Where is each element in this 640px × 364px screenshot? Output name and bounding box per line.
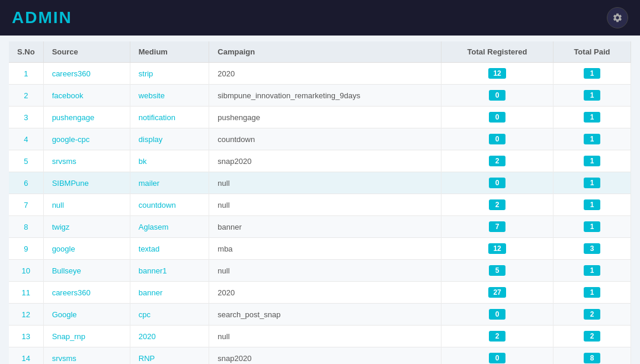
table-row: 12 Google cpc search_post_snap 0 2	[9, 304, 631, 326]
cell-sno: 9	[9, 238, 43, 260]
registered-badge: 2	[489, 199, 505, 210]
cell-total-registered: 5	[441, 260, 553, 282]
cell-total-registered: 12	[441, 63, 553, 85]
cell-campaign: countdown	[209, 128, 441, 150]
cell-campaign: mba	[209, 238, 441, 260]
cell-source: Google	[43, 304, 130, 326]
cell-total-registered: 0	[441, 304, 553, 326]
cell-medium: 2020	[130, 326, 209, 347]
cell-campaign: pushengage	[209, 107, 441, 128]
paid-badge: 3	[584, 243, 600, 254]
settings-button[interactable]	[607, 7, 628, 28]
cell-medium: display	[130, 128, 209, 150]
cell-total-paid: 2	[553, 304, 631, 326]
cell-source: pushengage	[43, 107, 130, 128]
cell-sno: 13	[9, 326, 43, 347]
cell-campaign: sibmpune_innovation_remarketing_9days	[209, 85, 441, 107]
cell-campaign: snap2020	[209, 347, 441, 365]
cell-total-paid: 1	[553, 128, 631, 150]
table-container: S.No Source Medium Campaign Total Regist…	[0, 36, 640, 364]
registered-badge: 27	[488, 287, 505, 298]
cell-source: srvsms	[43, 347, 130, 365]
cell-medium: RNP	[130, 347, 209, 365]
cell-sno: 12	[9, 304, 43, 326]
cell-medium: website	[130, 85, 209, 107]
col-medium: Medium	[130, 41, 209, 63]
cell-total-registered: 7	[441, 216, 553, 238]
cell-total-paid: 2	[553, 326, 631, 347]
table-header-row: S.No Source Medium Campaign Total Regist…	[9, 41, 631, 63]
paid-badge: 1	[584, 265, 600, 276]
paid-badge: 1	[584, 134, 600, 144]
cell-medium: cpc	[130, 304, 209, 326]
table-row: 13 Snap_rnp 2020 null 2 2	[9, 326, 631, 347]
cell-total-paid: 1	[553, 260, 631, 282]
table-row: 9 google textad mba 12 3	[9, 238, 631, 260]
cell-campaign: 2020	[209, 63, 441, 85]
paid-badge: 1	[584, 221, 600, 232]
registered-badge: 2	[489, 331, 505, 342]
cell-source: srvsms	[43, 150, 130, 172]
cell-total-registered: 12	[441, 238, 553, 260]
cell-source: google-cpc	[43, 128, 130, 150]
cell-total-paid: 1	[553, 63, 631, 85]
col-source: Source	[43, 41, 130, 63]
paid-badge: 2	[584, 309, 600, 320]
cell-total-paid: 1	[553, 282, 631, 304]
cell-total-registered: 2	[441, 326, 553, 347]
cell-medium: banner	[130, 282, 209, 304]
header: ADMIN	[0, 0, 640, 36]
table-row: 7 null countdown null 2 1	[9, 194, 631, 216]
registered-badge: 7	[489, 221, 505, 232]
cell-source: SIBMPune	[43, 172, 130, 194]
cell-total-paid: 1	[553, 216, 631, 238]
cell-source: Snap_rnp	[43, 326, 130, 347]
paid-badge: 1	[584, 287, 600, 298]
table-row: 4 google-cpc display countdown 0 1	[9, 128, 631, 150]
cell-total-registered: 0	[441, 107, 553, 128]
cell-total-paid: 8	[553, 347, 631, 365]
paid-badge: 8	[584, 353, 600, 363]
cell-medium: textad	[130, 238, 209, 260]
cell-total-paid: 1	[553, 150, 631, 172]
cell-sno: 10	[9, 260, 43, 282]
table-row: 10 Bullseye banner1 null 5 1	[9, 260, 631, 282]
registered-badge: 5	[489, 265, 505, 276]
cell-total-paid: 3	[553, 238, 631, 260]
cell-source: careers360	[43, 282, 130, 304]
registered-badge: 0	[489, 353, 505, 363]
cell-total-paid: 1	[553, 194, 631, 216]
registered-badge: 0	[489, 134, 505, 144]
table-row: 5 srvsms bk snap2020 2 1	[9, 150, 631, 172]
cell-source: null	[43, 194, 130, 216]
cell-campaign: null	[209, 194, 441, 216]
cell-campaign: search_post_snap	[209, 304, 441, 326]
table-row: 1 careers360 strip 2020 12 1	[9, 63, 631, 85]
table-row: 14 srvsms RNP snap2020 0 8	[9, 347, 631, 365]
paid-badge: 1	[584, 90, 600, 101]
cell-total-registered: 2	[441, 150, 553, 172]
cell-sno: 3	[9, 107, 43, 128]
paid-badge: 1	[584, 199, 600, 210]
registered-badge: 0	[489, 90, 505, 101]
cell-medium: strip	[130, 63, 209, 85]
table-row: 8 twigz Aglasem banner 7 1	[9, 216, 631, 238]
table-row: 11 careers360 banner 2020 27 1	[9, 282, 631, 304]
table-row: 3 pushengage notification pushengage 0 1	[9, 107, 631, 128]
cell-source: twigz	[43, 216, 130, 238]
cell-source: careers360	[43, 63, 130, 85]
cell-medium: banner1	[130, 260, 209, 282]
cell-total-registered: 0	[441, 85, 553, 107]
cell-medium: countdown	[130, 194, 209, 216]
cell-medium: bk	[130, 150, 209, 172]
cell-total-registered: 0	[441, 128, 553, 150]
cell-total-registered: 0	[441, 172, 553, 194]
cell-total-registered: 27	[441, 282, 553, 304]
cell-medium: Aglasem	[130, 216, 209, 238]
table-row: 2 facebook website sibmpune_innovation_r…	[9, 85, 631, 107]
cell-total-paid: 1	[553, 107, 631, 128]
cell-campaign: null	[209, 326, 441, 347]
cell-sno: 6	[9, 172, 43, 194]
registered-badge: 0	[489, 309, 505, 320]
paid-badge: 1	[584, 156, 600, 166]
